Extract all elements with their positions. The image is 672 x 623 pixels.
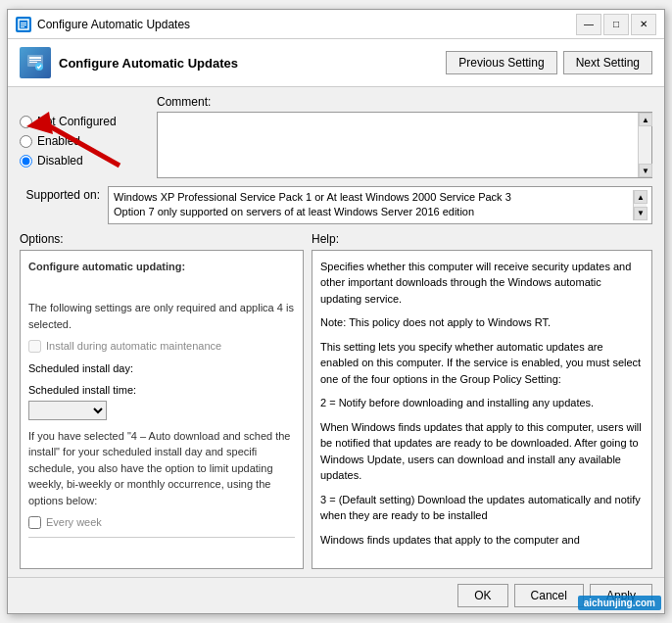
help-paragraph: 2 = Notify before downloading and instal… bbox=[320, 395, 644, 411]
supported-text-content: Windows XP Professional Service Pack 1 o… bbox=[114, 190, 633, 220]
main-window: Configure Automatic Updates — □ ✕ bbox=[7, 9, 665, 614]
window-title: Configure Automatic Updates bbox=[37, 18, 576, 31]
help-panel: Help: Specifies whether this computer wi… bbox=[312, 232, 652, 569]
ok-button[interactable]: OK bbox=[457, 584, 507, 607]
help-inner[interactable]: Specifies whether this computer will rec… bbox=[312, 251, 651, 568]
header-title: Configure Automatic Updates bbox=[59, 56, 238, 71]
install-maintenance-checkbox[interactable] bbox=[28, 340, 41, 353]
supported-row: Supported on: Windows XP Professional Se… bbox=[20, 186, 652, 224]
svg-rect-2 bbox=[21, 24, 26, 25]
maximize-button[interactable]: □ bbox=[603, 14, 629, 35]
footer: OK Cancel Apply bbox=[8, 577, 664, 613]
help-paragraph: When Windows finds updates that apply to… bbox=[320, 419, 644, 484]
options-label: Options: bbox=[20, 232, 304, 246]
comment-scroll-up[interactable]: ▲ bbox=[639, 113, 652, 126]
comment-textarea[interactable] bbox=[158, 113, 638, 171]
radio-not-configured-input[interactable] bbox=[20, 116, 32, 128]
header-section: Configure Automatic Updates Previous Set… bbox=[8, 39, 664, 87]
configure-auto-label: Configure automatic updating: bbox=[28, 259, 295, 275]
radio-group: Not Configured Enabled Disabled bbox=[20, 95, 147, 178]
close-button[interactable]: ✕ bbox=[631, 14, 656, 35]
radio-enabled-input[interactable] bbox=[20, 135, 32, 148]
radio-not-configured[interactable]: Not Configured bbox=[20, 115, 147, 128]
comment-scroll-down[interactable]: ▼ bbox=[639, 164, 652, 177]
svg-rect-7 bbox=[29, 62, 37, 63]
help-paragraph: 3 = (Default setting) Download the updat… bbox=[320, 492, 644, 524]
schedule-time-select[interactable] bbox=[28, 401, 107, 420]
install-maintenance-checkbox-label[interactable]: Install during automatic maintenance bbox=[28, 338, 295, 355]
help-label: Help: bbox=[312, 232, 652, 246]
supported-scroll-up[interactable]: ▲ bbox=[634, 190, 648, 204]
next-setting-button[interactable]: Next Setting bbox=[563, 51, 652, 74]
svg-rect-6 bbox=[29, 60, 41, 61]
schedule-time-label: Scheduled install time: bbox=[28, 382, 295, 399]
svg-rect-1 bbox=[21, 23, 26, 24]
every-week-checkbox[interactable] bbox=[28, 516, 41, 529]
header-icon bbox=[20, 47, 51, 78]
window-controls: — □ ✕ bbox=[576, 14, 656, 35]
watermark: aichunjing.com bbox=[578, 596, 661, 610]
content-area: Not Configured Enabled Disabled Comment: bbox=[8, 87, 664, 577]
radio-disabled-input[interactable] bbox=[20, 155, 32, 168]
options-help-row: Options: Configure automatic updating: T… bbox=[20, 232, 652, 569]
download-paragraph: If you have selected "4 – Auto download … bbox=[28, 428, 295, 509]
help-paragraph: Windows finds updates that apply to the … bbox=[320, 532, 644, 549]
help-paragraph: Specifies whether this computer will rec… bbox=[320, 259, 644, 308]
window-icon bbox=[16, 17, 31, 32]
options-paragraph: The following settings are only required… bbox=[28, 300, 295, 332]
header-left: Configure Automatic Updates bbox=[20, 47, 238, 78]
options-panel: Options: Configure automatic updating: T… bbox=[20, 232, 304, 569]
title-bar: Configure Automatic Updates — □ ✕ bbox=[8, 10, 664, 39]
supported-text-box: Windows XP Professional Service Pack 1 o… bbox=[108, 186, 652, 224]
supported-label: Supported on: bbox=[20, 186, 108, 224]
minimize-button[interactable]: — bbox=[576, 14, 601, 35]
options-inner[interactable]: Configure automatic updating: The follow… bbox=[21, 251, 303, 568]
help-paragraph: Note: This policy does not apply to Wind… bbox=[320, 314, 644, 331]
comment-area: Comment: ▲ ▼ bbox=[157, 95, 652, 178]
help-paragraph: This setting lets you specify whether au… bbox=[320, 339, 644, 388]
radio-disabled[interactable]: Disabled bbox=[20, 154, 147, 168]
radio-comment-row: Not Configured Enabled Disabled Comment: bbox=[20, 95, 652, 178]
comment-label: Comment: bbox=[157, 95, 652, 109]
supported-scroll-down[interactable]: ▼ bbox=[634, 207, 648, 220]
svg-rect-3 bbox=[21, 26, 24, 27]
options-box: Configure automatic updating: The follow… bbox=[20, 250, 304, 569]
schedule-day-label: Scheduled install day: bbox=[28, 360, 295, 377]
radio-enabled[interactable]: Enabled bbox=[20, 134, 147, 148]
previous-setting-button[interactable]: Previous Setting bbox=[446, 51, 556, 74]
help-box: Specifies whether this computer will rec… bbox=[312, 250, 652, 569]
header-buttons: Previous Setting Next Setting bbox=[446, 51, 652, 74]
svg-rect-5 bbox=[29, 57, 41, 59]
every-week-checkbox-label[interactable]: Every week bbox=[28, 514, 295, 531]
cancel-button[interactable]: Cancel bbox=[514, 584, 584, 607]
